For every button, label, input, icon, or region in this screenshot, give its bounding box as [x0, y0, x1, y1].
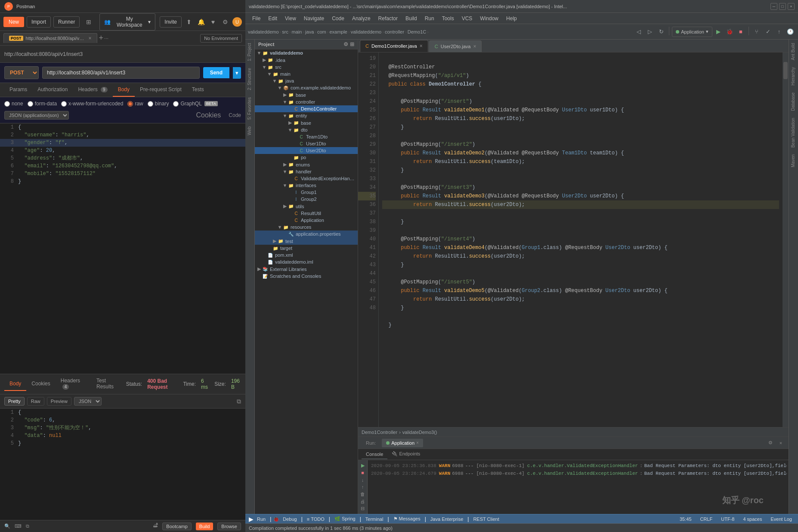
heart-icon[interactable]: ♥ [208, 17, 218, 27]
method-select[interactable]: POST GET PUT DELETE [4, 66, 39, 79]
shortcut-icon[interactable]: ⌨ [15, 523, 22, 529]
database-tab[interactable]: Database [789, 89, 798, 114]
stop-run-icon[interactable]: ■ [359, 470, 367, 476]
bc-java[interactable]: java [305, 29, 314, 34]
statusbar-todo[interactable]: ≡ TODO [304, 517, 327, 522]
tree-item-enums[interactable]: ▶ 📁 enums [255, 161, 358, 168]
navigate-menu[interactable]: Navigate [300, 14, 328, 23]
history-icon[interactable]: 🕐 [785, 27, 795, 37]
statusbar-run[interactable]: Run [254, 517, 268, 522]
tree-item-team1dto[interactable]: C Team1Dto [255, 133, 358, 140]
bc-src[interactable]: src [282, 29, 288, 34]
gear-icon[interactable]: ⚙ [343, 41, 348, 47]
raw-btn[interactable]: Raw [27, 397, 44, 406]
help-menu[interactable]: Help [503, 14, 520, 23]
copy-icon[interactable]: ⧉ [237, 398, 241, 405]
tree-item-group2[interactable]: I Group2 [255, 196, 358, 203]
statusbar-event-log[interactable]: Event Log [768, 517, 795, 522]
tree-item-iml[interactable]: 📄 validateddemo.iml [255, 258, 358, 265]
demo1controller-tab[interactable]: C Demo1Controller.java × [360, 40, 428, 52]
tab-close-icon2[interactable]: × [473, 43, 476, 49]
refresh-icon[interactable]: ↻ [656, 27, 666, 37]
runner-button[interactable]: Runner [53, 16, 80, 28]
favorites-side-tab[interactable]: 5: Favorites [245, 94, 254, 123]
scroll-end-icon[interactable]: ↓ [359, 477, 367, 483]
settings-icon[interactable]: ⚙ [220, 17, 230, 27]
debug-icon[interactable]: 🐞 [273, 516, 279, 522]
statusbar-debug[interactable]: Debug [280, 517, 299, 522]
headers-tab[interactable]: Headers 9 [73, 83, 112, 97]
tab-close-icon[interactable]: × [420, 43, 423, 49]
response-body-editor[interactable]: 1 { 2 "code": 6, 3 "msg": "性别不能为空！", 4 "… [0, 409, 245, 520]
vcs-menu[interactable]: VCS [458, 14, 476, 23]
tree-item-resultutil[interactable]: C ResultUtil [255, 210, 358, 217]
binary-radio[interactable]: binary [148, 101, 169, 107]
send-dropdown-button[interactable]: ▾ [233, 67, 241, 79]
tree-item-entity[interactable]: ▼ 📁 entity [255, 112, 358, 119]
params-tab[interactable]: Params [4, 83, 32, 97]
bc-main[interactable]: main [292, 29, 302, 34]
tree-content[interactable]: ▼ 📁 validateddemo ▶ 📁 .idea ▼ 📁 [255, 49, 358, 514]
new-button[interactable]: New [3, 17, 24, 27]
view-menu[interactable]: View [281, 14, 300, 23]
add-tab-button[interactable]: + [99, 34, 104, 43]
forward-icon[interactable]: ▷ [645, 27, 655, 37]
tree-item-java[interactable]: ▼ 📁 java [255, 77, 358, 84]
run-icon[interactable]: ▶ [249, 516, 254, 523]
editor-scrollbar[interactable] [783, 52, 789, 427]
tree-item-src[interactable]: ▼ 📁 src [255, 64, 358, 71]
run-tab-close[interactable]: × [416, 440, 419, 445]
browse-button[interactable]: Browse [217, 523, 241, 530]
tree-item-handler[interactable]: ▼ 📁 handler [255, 168, 358, 175]
tree-item-user1dto[interactable]: C User1Dto [255, 140, 358, 147]
invite-button[interactable]: Invite [160, 16, 182, 28]
request-tab[interactable]: POST http://localhost:8080/api/v1/in... … [3, 33, 97, 43]
file-menu[interactable]: File [249, 14, 264, 23]
request-body-editor[interactable]: 1 { 2 "username": "harris", 3 "gender": … [0, 123, 245, 374]
console-subtab[interactable]: Console [362, 450, 387, 459]
minimize-button[interactable]: ─ [770, 3, 777, 10]
bc-demo1c[interactable]: Demo1C [408, 29, 426, 34]
code-editor-area[interactable]: 19202122 23242526 27282930 31323334 35 3… [358, 52, 789, 427]
more-tabs-icon[interactable]: ··· [104, 35, 108, 41]
tree-item-validatedexception[interactable]: C ValidatedExceptionHandl... [255, 175, 358, 182]
tree-item-scratches[interactable]: 📝 Scratches and Consoles [255, 273, 358, 280]
user2dto-tab[interactable]: C User2Dto.java × [429, 40, 482, 52]
structure-side-tab[interactable]: 2: Structure [245, 65, 254, 94]
statusbar-java-env[interactable]: Java Enterprise [428, 517, 466, 522]
build-button[interactable]: Build [196, 523, 213, 530]
preview-btn[interactable]: Preview [47, 397, 71, 406]
analyze-menu[interactable]: Analyze [349, 14, 374, 23]
avatar[interactable]: U [232, 17, 242, 27]
graphql-radio[interactable]: GraphQL BETA [173, 101, 217, 107]
tree-item-po[interactable]: 📁 po [255, 154, 358, 161]
window-menu[interactable]: Window [476, 14, 502, 23]
raw-radio[interactable]: raw [127, 101, 143, 107]
scrollbar-thumb[interactable] [783, 62, 788, 79]
tree-item-demo1controller[interactable]: C Demo1Controller [255, 105, 358, 112]
bootcamp-button[interactable]: Bootcamp [162, 523, 192, 530]
tree-item-external-libs[interactable]: ▶ 📚 External Libraries [255, 265, 358, 273]
tree-item-entity-base[interactable]: ▶ 📁 base [255, 119, 358, 126]
statusbar-terminal[interactable]: Terminal [363, 517, 386, 522]
expand-icon[interactable]: ⊞ [350, 41, 354, 47]
tree-item-user2dto[interactable]: C User2Dto [255, 147, 358, 154]
workspace-button[interactable]: 👥 My Workspace ▾ [99, 13, 155, 31]
debug-button[interactable]: 🐞 [724, 27, 735, 37]
import-button[interactable]: Import [27, 16, 51, 28]
bean-validation-tab[interactable]: Bean Validation [789, 114, 798, 151]
build-menu[interactable]: Build [402, 14, 421, 23]
tree-item-base[interactable]: ▶ 📁 base [255, 91, 358, 98]
run-menu[interactable]: Run [421, 14, 438, 23]
headers-resp-tab[interactable]: Headers 4 [56, 374, 91, 394]
tree-item-target[interactable]: 📁 target [255, 245, 358, 252]
code-content[interactable]: @RestController @RequestMapping("/api/v1… [379, 52, 783, 427]
maven-tab[interactable]: Maven [789, 151, 798, 171]
project-side-tab[interactable]: 1: Project [245, 40, 254, 65]
none-radio[interactable]: none [4, 101, 23, 107]
endpoints-subtab[interactable]: 🔌 Endpoints [387, 449, 424, 459]
bootcamp-icon[interactable]: 🏕 [153, 523, 158, 530]
close-run-panel-icon[interactable]: × [776, 439, 785, 447]
git-icon[interactable]: ⑂ [752, 27, 762, 37]
tree-item-resources[interactable]: ▼ 📁 resources [255, 224, 358, 231]
